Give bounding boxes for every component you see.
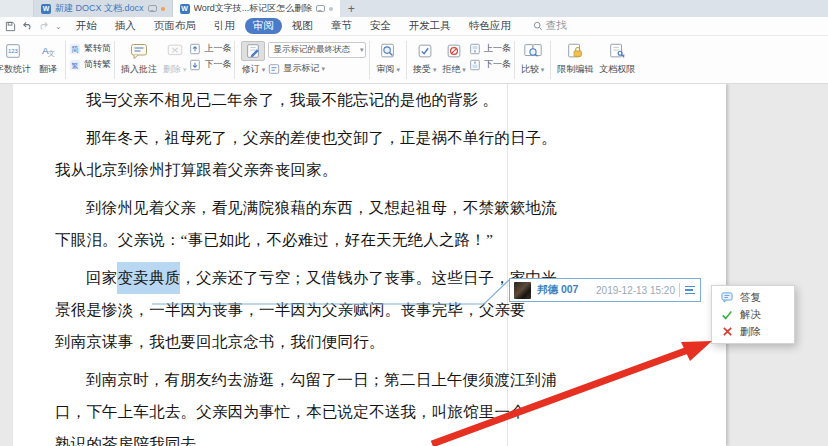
doc-line: 到徐州见着父亲，看见满院狼藉的东西，又想起祖母，不禁簌簌地流 (55, 192, 495, 224)
new-tab-button[interactable]: + (340, 0, 362, 17)
menu-tab-章节[interactable]: 章节 (323, 18, 360, 34)
track-changes-button[interactable]: 修订 (238, 40, 268, 77)
search-icon (533, 21, 543, 31)
menu-tab-视图[interactable]: 视图 (284, 18, 321, 34)
redo-icon[interactable] (38, 21, 50, 32)
context-menu-item-删除[interactable]: 删除 (712, 323, 794, 340)
show-markup-button[interactable]: 显示标记 (268, 62, 366, 75)
translate-button[interactable]: A文 翻译 (34, 40, 62, 77)
ribbon-separator (369, 41, 370, 79)
quick-access-toolbar: ⌄ (0, 21, 68, 32)
compare-button[interactable]: 比较 (518, 40, 547, 77)
doc-line: 回家变卖典质，父亲还了亏空；又借钱办了丧事。这些日子，家中光 (55, 262, 495, 294)
doc-line: 那年冬天，祖母死了，父亲的差使也交卸了，正是祸不单行的日子。 (55, 122, 495, 154)
delete-icon (721, 326, 733, 338)
accept-button[interactable]: 接受 (410, 40, 439, 77)
comment-balloon-icon (316, 5, 325, 12)
svg-text:简: 简 (71, 45, 79, 54)
svg-text:123: 123 (8, 48, 18, 54)
menu-tab-安全[interactable]: 安全 (362, 18, 399, 34)
svg-text:文: 文 (48, 49, 55, 58)
find-label: 查找 (546, 19, 567, 33)
context-menu-item-解决[interactable]: 解决 (712, 306, 794, 323)
toolbar-options-caret-icon[interactable]: ⌄ (55, 22, 62, 31)
chevron-down-icon: ▾ (360, 46, 364, 54)
prev-change-button[interactable]: 上一条 (469, 42, 511, 55)
restrict-editing-button[interactable]: 限制编辑 (554, 40, 596, 77)
tab-document-2[interactable]: W Word文字技...标记区怎么删除 (173, 0, 341, 17)
comment-options-menu-icon[interactable] (684, 284, 696, 297)
review-ribbon: 123 字数统计 A文 翻译 简 繁转简 繁 简转繁 插入批注 删除 (0, 36, 828, 84)
wps-writer-logo-icon: W (41, 4, 51, 14)
menu-tab-审阅[interactable]: 审阅 (245, 18, 282, 34)
document-text[interactable]: 我与父亲不相见已二年余了，我最不能忘记的是他的背影 。那年冬天，祖母死了，父亲的… (55, 84, 495, 446)
translate-icon: A文 (39, 41, 57, 61)
menu-tab-页面布局[interactable]: 页面布局 (146, 18, 204, 34)
accept-check-icon (416, 41, 434, 61)
document-page[interactable]: 我与父亲不相见已二年余了，我最不能忘记的是他的背影 。那年冬天，祖母死了，父亲的… (13, 84, 726, 446)
comment-author-name: 邦德 007 (537, 283, 578, 297)
undo-icon[interactable] (21, 21, 33, 32)
doc-line: 景很是惨淡，一半因为丧事，一半因为父亲赋闲。丧事完毕，父亲要 (55, 294, 495, 326)
doc-line: 下眼泪。父亲说：“事已如此，不必难过，好在天无绝人之路！” (55, 224, 495, 256)
doc-line: 熟识的茶房陪我同去。 (55, 428, 495, 446)
wps-writer-window: W 新建 DOCX 文档.docx W Word文字技...标记区怎么删除 + … (0, 0, 828, 446)
find-button[interactable]: 查找 (533, 19, 567, 33)
review-button[interactable]: 审阅 (373, 40, 402, 77)
svg-text:繁: 繁 (72, 62, 79, 69)
document-tab-bar: W 新建 DOCX 文档.docx W Word文字技...标记区怎么删除 + (0, 0, 828, 17)
comment-card[interactable]: 邦德 007 2019-12-13 15:20 (509, 278, 701, 302)
doc-permission-key-icon (608, 41, 626, 61)
reply-icon (721, 292, 733, 304)
menu-tab-插入[interactable]: 插入 (107, 18, 144, 34)
insert-comment-icon (129, 41, 149, 61)
modified-dot-icon (329, 7, 333, 11)
word-count-button[interactable]: 123 字数统计 (0, 40, 34, 77)
next-comment-button[interactable]: 下一条 (189, 58, 231, 71)
insert-comment-button[interactable]: 插入批注 (118, 40, 160, 77)
doc-line: 我与父亲不相见已二年余了，我最不能忘记的是他的背影 。 (55, 84, 495, 116)
context-menu-item-答复[interactable]: 答复 (712, 289, 794, 306)
prev-comment-icon (189, 43, 201, 55)
prev-change-icon (469, 43, 481, 55)
trad-to-simp-button[interactable]: 简 繁转简 (69, 42, 111, 55)
wps-writer-logo-icon: W (180, 4, 190, 14)
ribbon-separator (550, 41, 551, 79)
document-workspace: 我与父亲不相见已二年余了，我最不能忘记的是他的背影 。那年冬天，祖母死了，父亲的… (0, 84, 828, 446)
modified-dot-icon (161, 7, 165, 11)
resolve-icon (721, 309, 733, 321)
restrict-editing-lock-icon (566, 41, 584, 61)
context-menu-label: 答复 (740, 291, 761, 305)
tab-label: 新建 DOCX 文档.docx (55, 2, 144, 15)
next-change-icon (469, 59, 481, 71)
ribbon-separator (114, 41, 115, 79)
next-comment-icon (189, 59, 201, 71)
commented-text-highlight[interactable]: 变卖典质 (117, 262, 180, 294)
save-icon[interactable] (5, 21, 16, 32)
tab-document-1[interactable]: W 新建 DOCX 文档.docx (34, 0, 173, 17)
menu-bar: ⌄ 开始插入页面布局引用审阅视图章节安全开发工具特色应用 查找 (0, 17, 828, 36)
doc-line: 到南京谋事，我也要回北京念书，我们便同行。 (55, 326, 495, 358)
prev-comment-button[interactable]: 上一条 (189, 42, 231, 55)
menu-tab-开发工具[interactable]: 开发工具 (401, 18, 459, 34)
doc-line: 口，下午上车北去。父亲因为事忙，本已说定不送我，叫旅馆里一个 (55, 396, 495, 428)
menu-tab-开始[interactable]: 开始 (68, 18, 105, 34)
menu-tab-引用[interactable]: 引用 (206, 18, 243, 34)
review-magnifier-icon (379, 41, 397, 61)
reject-button[interactable]: 拒绝 (439, 40, 468, 77)
doc-permission-button[interactable]: 文档权限 (596, 40, 638, 77)
comment-author-avatar (514, 282, 531, 299)
next-change-button[interactable]: 下一条 (469, 58, 511, 71)
home-button-area[interactable] (0, 0, 34, 17)
simp-to-trad-button[interactable]: 繁 简转繁 (69, 58, 111, 71)
tab-label: Word文字技...标记区怎么删除 (194, 2, 313, 15)
delete-comment-button[interactable]: 删除 (160, 40, 189, 77)
markup-state-combo[interactable]: 显示标记的最终状态 ▾ (268, 42, 366, 58)
context-menu-label: 删除 (740, 325, 761, 339)
show-markup-icon (268, 63, 280, 75)
menu-tab-特色应用[interactable]: 特色应用 (461, 18, 519, 34)
comment-card-divider (679, 283, 680, 297)
ribbon-separator (234, 41, 235, 79)
comment-timestamp: 2019-12-13 15:20 (596, 285, 675, 296)
delete-comment-icon (166, 41, 184, 61)
